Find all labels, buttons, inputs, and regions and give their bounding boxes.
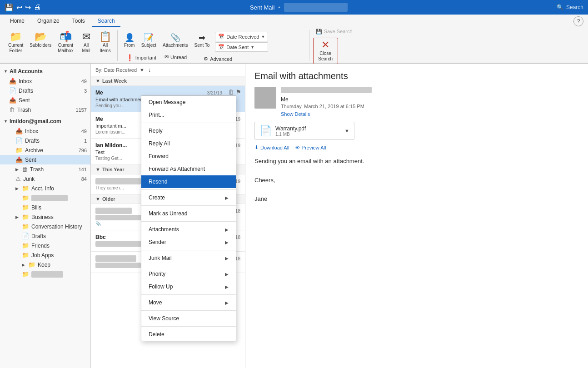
date-group: 📅 Date Received ▼ 📅 Date Sent ▼	[215, 32, 268, 52]
titlebar-search-input[interactable]	[284, 3, 348, 12]
this-year-label: This Year	[102, 167, 125, 172]
attachment-dropdown-icon[interactable]: ▼	[344, 128, 349, 134]
undo-icon[interactable]: ↩	[16, 3, 22, 12]
ctx-delete[interactable]: Delete	[141, 328, 236, 341]
last-week-expand: ▼	[95, 78, 100, 84]
unread-button[interactable]: ✉ Unread	[162, 53, 198, 61]
sidebar-item-bills[interactable]: 📁 Bills	[0, 203, 90, 212]
ctx-sender[interactable]: Sender ▶	[141, 236, 236, 249]
redo-icon[interactable]: ↪	[25, 3, 31, 12]
sidebar-item-blurred2[interactable]: 📁	[0, 269, 90, 279]
ctx-mark-unread[interactable]: Mark as Unread	[141, 207, 236, 220]
ctx-resend[interactable]: Resend	[141, 175, 236, 188]
sidebar-item-jobapps[interactable]: 📁 Job Apps	[0, 250, 90, 260]
flag-icon-1[interactable]: ⚑	[236, 89, 241, 95]
ctx-view-source[interactable]: View Source	[141, 312, 236, 325]
date-sent-button[interactable]: 📅 Date Sent ▼	[215, 42, 268, 52]
tab-organize[interactable]: Organize	[32, 16, 65, 27]
current-mailbox-icon: 📬	[60, 32, 72, 42]
all-accounts-label: All Accounts	[10, 68, 43, 75]
ctx-print[interactable]: Print...	[141, 109, 236, 121]
ctx-open-message[interactable]: Open Message	[141, 96, 236, 109]
advanced-button[interactable]: ⚙ Advanced	[201, 55, 235, 63]
help-button[interactable]: ?	[573, 16, 583, 26]
sidebar-item-archive-gmail[interactable]: 📁 Archive 796	[0, 145, 90, 155]
sidebar-item-conv-history[interactable]: 📁 Conversation History	[0, 222, 90, 231]
ctx-forward[interactable]: Forward	[141, 150, 236, 163]
preview-all-button[interactable]: 👁 Preview All	[295, 144, 326, 150]
ctx-reply[interactable]: Reply	[141, 124, 236, 137]
sent-to-icon: ➡	[199, 34, 205, 42]
tab-search[interactable]: Search	[92, 16, 120, 27]
all-mail-button[interactable]: ✉ AllMail	[77, 30, 95, 55]
titlebar-search-label: Search	[566, 4, 583, 10]
current-folder-button[interactable]: 📁 CurrentFolder	[5, 30, 26, 55]
email-group-last-week[interactable]: ▼ Last Week	[91, 76, 245, 86]
sidebar-item-blurred1[interactable]: 📁	[0, 193, 90, 203]
save-icon[interactable]: 💾	[5, 3, 14, 12]
ctx-junk-mail[interactable]: Junk Mail ▶	[141, 252, 236, 264]
sidebar-item-drafts-all[interactable]: 📄 Drafts 3	[0, 86, 90, 95]
sidebar-item-drafts-gmail[interactable]: 📄 Drafts 1	[0, 136, 90, 145]
ctx-follow-up[interactable]: Follow Up ▶	[141, 280, 236, 293]
sidebar-item-friends[interactable]: 📁 Friends	[0, 241, 90, 250]
trash-icon: 🗑	[9, 106, 15, 113]
tab-home[interactable]: Home	[5, 16, 30, 27]
ctx-forward-attachment[interactable]: Forward As Attachment	[141, 163, 236, 175]
sidebar-item-keep[interactable]: ▶ 📁 Keep	[0, 260, 90, 269]
save-search-button[interactable]: 💾 Save Search	[313, 27, 355, 36]
sidebar-item-inbox-gmail[interactable]: 📥 Inbox 49	[0, 126, 90, 136]
inbox-gmail-badge: 49	[81, 129, 87, 134]
attachments-button[interactable]: 📎 Attachments	[160, 32, 191, 50]
jobapps-label: Job Apps	[31, 252, 54, 259]
attachment-icon-5: 📎	[95, 221, 101, 226]
sidebar-item-sent-gmail[interactable]: 📤 Sent	[0, 155, 90, 164]
archive-gmail-label: Archive	[25, 147, 43, 154]
ctx-priority[interactable]: Priority ▶	[141, 268, 236, 280]
close-search-button[interactable]: ✕ CloseSearch	[313, 38, 338, 64]
subfolders-label: Subfolders	[30, 43, 51, 48]
sidebar-item-trash-all[interactable]: 🗑 Trash 1157	[0, 105, 90, 114]
subject-button[interactable]: 📝 Subject	[139, 32, 159, 50]
create-submenu-arrow: ▶	[225, 195, 229, 200]
attachment-box[interactable]: 📄 Warranty.pdf 1.1 MB ▼	[254, 122, 354, 140]
ctx-sep-4	[141, 221, 236, 222]
email-list-header: By: Date Received ▼ ↓	[91, 64, 245, 76]
ctx-create[interactable]: Create ▶	[141, 191, 236, 204]
email-sender-2: Me	[95, 116, 103, 122]
older-expand: ▼	[95, 196, 100, 202]
sidebar-all-accounts-header[interactable]: ▼ All Accounts	[0, 66, 90, 76]
date-received-button[interactable]: 📅 Date Received ▼	[215, 32, 268, 41]
tab-tools[interactable]: Tools	[67, 16, 90, 27]
all-items-button[interactable]: 📋 AllItems	[96, 30, 115, 55]
sent-to-button[interactable]: ➡ Sent To	[192, 32, 213, 50]
subfolders-button[interactable]: 📂 Subfolders	[27, 30, 54, 50]
delete-icon-1[interactable]: 🗑	[228, 89, 234, 95]
from-button[interactable]: 👤 From	[121, 32, 138, 50]
show-details-link[interactable]: Show Details	[281, 111, 310, 117]
important-button[interactable]: ❗ Important	[123, 53, 159, 63]
sidebar-item-inbox-all[interactable]: 📥 Inbox 49	[0, 76, 90, 86]
sidebar-item-trash-gmail[interactable]: ▶ 🗑 Trash 141	[0, 164, 90, 174]
archive-gmail-badge: 796	[79, 148, 87, 153]
ctx-reply-all[interactable]: Reply All	[141, 137, 236, 150]
ctx-move[interactable]: Move ▶	[141, 296, 236, 309]
friends-icon: 📁	[22, 242, 29, 249]
sidebar-item-acctinfo-gmail[interactable]: ▶ 📁 Acct. Info	[0, 184, 90, 193]
sidebar-item-junk-gmail[interactable]: ⚠ Junk 84	[0, 174, 90, 184]
current-mailbox-button[interactable]: 📬 CurrentMailbox	[55, 30, 76, 55]
drafts-all-badge: 3	[84, 88, 87, 94]
ctx-attachments[interactable]: Attachments ▶	[141, 223, 236, 236]
sidebar-item-sent-all[interactable]: 📤 Sent	[0, 95, 90, 105]
download-all-button[interactable]: ⬇ Download All	[254, 144, 289, 150]
print-icon[interactable]: 🖨	[34, 3, 41, 11]
trash-gmail-label: Trash	[30, 166, 44, 173]
attachment-name: Warranty.pdf	[275, 125, 306, 132]
sidebar-item-business[interactable]: ▶ 📁 Business	[0, 212, 90, 222]
current-folder-icon: 📁	[10, 32, 22, 42]
sort-icon[interactable]: ↓	[148, 66, 151, 73]
sidebar-item-drafts2[interactable]: 📄 Drafts	[0, 231, 90, 241]
sidebar-gmail-header[interactable]: ▼ lmildon@gmail.com	[0, 116, 90, 126]
subject-icon: 📝	[144, 34, 154, 42]
titlebar-search-icon[interactable]: 🔍	[557, 4, 563, 10]
